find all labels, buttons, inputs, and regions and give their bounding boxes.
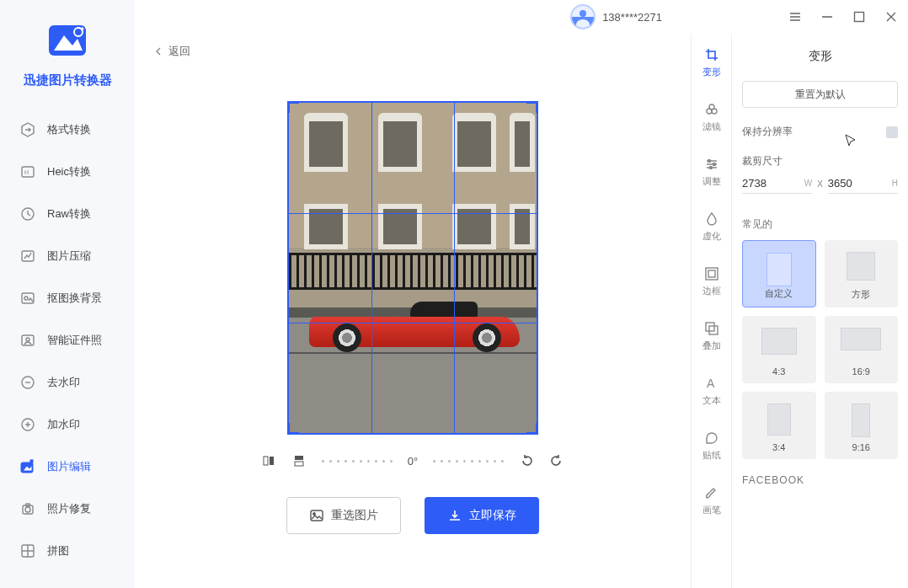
sidebar-item-heic[interactable]: HHeic转换 [0, 151, 135, 193]
tool-sticker[interactable]: 贴纸 [698, 430, 725, 462]
image-crop-stage[interactable] [287, 101, 538, 435]
tool-text[interactable]: A文本 [698, 376, 725, 407]
back-button[interactable]: 返回 [155, 44, 190, 59]
rotate-right-icon[interactable] [549, 453, 564, 468]
crop-handle-bl[interactable] [287, 423, 299, 435]
keep-resolution-label: 保持分辨率 [742, 125, 793, 139]
rotation-dots-left [322, 460, 393, 462]
compress-icon [20, 249, 35, 264]
sidebar-item-collage[interactable]: 拼图 [0, 530, 135, 572]
keep-resolution-toggle[interactable] [886, 126, 898, 138]
height-suffix: H [892, 179, 898, 188]
sidebar-item-format-convert[interactable]: 格式转换 [0, 109, 135, 151]
sidebar-item-label: 图片编辑 [47, 459, 91, 474]
crop-width-field[interactable]: W [742, 177, 812, 194]
action-row: 重选图片 立即保存 [286, 497, 539, 534]
svg-rect-24 [264, 457, 268, 465]
titlebar: 138****2271 [135, 0, 908, 34]
sidebar-item-compress[interactable]: 图片压缩 [0, 235, 135, 277]
preset-4-3[interactable]: 4:3 [742, 316, 816, 383]
flip-vertical-icon[interactable] [291, 453, 307, 468]
rotate-left-icon[interactable] [519, 453, 534, 468]
sidebar: 迅捷图片转换器 格式转换 HHeic转换 Raw转换 图片压缩 抠图换背景 智能… [0, 0, 135, 588]
restore-icon [20, 501, 35, 516]
preset-9-16[interactable]: 9:16 [825, 392, 899, 459]
svg-rect-39 [709, 326, 718, 334]
preset-label: 方形 [852, 288, 870, 301]
tool-overlay[interactable]: 叠加 [698, 321, 725, 352]
crop-handle-br[interactable] [526, 423, 538, 435]
crop-handle-tl[interactable] [287, 101, 299, 113]
preset-label: 16:9 [852, 366, 870, 377]
svg-rect-37 [708, 270, 715, 277]
svg-rect-23 [855, 13, 864, 22]
reset-button[interactable]: 重置为默认 [742, 81, 898, 108]
width-suffix: W [804, 179, 812, 188]
minimize-icon[interactable] [820, 10, 834, 24]
crop-width-input[interactable] [742, 177, 801, 190]
preset-3-4[interactable]: 3:4 [742, 392, 816, 459]
tool-transform[interactable]: 变形 [698, 47, 725, 78]
tool-blur[interactable]: 虚化 [698, 211, 725, 243]
cutout-icon [20, 291, 35, 306]
close-icon[interactable] [884, 10, 898, 24]
tool-label: 画笔 [702, 504, 721, 516]
tool-border[interactable]: 边框 [698, 266, 725, 297]
border-icon [704, 266, 719, 281]
nav: 格式转换 HHeic转换 Raw转换 图片压缩 抠图换背景 智能证件照 去水印 … [0, 109, 135, 572]
save-label: 立即保存 [469, 508, 516, 523]
remove-watermark-icon [20, 375, 35, 390]
tool-label: 叠加 [702, 339, 721, 352]
user-area[interactable]: 138****2271 [570, 4, 662, 29]
svg-rect-11 [22, 335, 34, 345]
tool-brush[interactable]: 画笔 [698, 485, 725, 516]
preset-label: 4:3 [772, 366, 785, 377]
preset-16-9[interactable]: 16:9 [825, 316, 899, 383]
sidebar-item-cutout[interactable]: 抠图换背景 [0, 277, 135, 319]
sidebar-item-label: 照片修复 [47, 501, 91, 516]
sidebar-item-add-watermark[interactable]: 加水印 [0, 404, 135, 446]
save-button[interactable]: 立即保存 [425, 497, 539, 534]
maximize-icon[interactable] [852, 10, 866, 24]
crop-grid-line [454, 103, 455, 433]
raw-icon [20, 206, 35, 222]
menu-icon[interactable] [788, 10, 802, 24]
crop-grid-line [371, 103, 372, 433]
crop-icon [704, 47, 719, 62]
rotate-bar: 0° [261, 453, 564, 468]
tool-label: 滤镜 [702, 120, 721, 133]
sidebar-item-id-photo[interactable]: 智能证件照 [0, 319, 135, 361]
main: 138****2271 返回 [135, 0, 908, 588]
crop-height-input[interactable] [828, 177, 889, 190]
sidebar-item-remove-watermark[interactable]: 去水印 [0, 361, 135, 404]
preset-custom[interactable]: 自定义 [742, 240, 816, 307]
back-label: 返回 [168, 44, 190, 59]
user-phone: 138****2271 [602, 11, 662, 24]
svg-text:H: H [24, 169, 29, 175]
sidebar-item-label: Heic转换 [47, 164, 91, 179]
svg-point-31 [707, 109, 712, 114]
svg-text:+: + [30, 459, 33, 463]
preset-square[interactable]: 方形 [825, 240, 899, 307]
common-label: 常见的 [742, 217, 898, 232]
svg-rect-26 [295, 456, 303, 460]
tool-adjust[interactable]: 调整 [698, 157, 725, 188]
sidebar-item-label: 去水印 [47, 375, 80, 390]
image-content [289, 103, 537, 433]
tool-filter[interactable]: 滤镜 [698, 102, 725, 133]
reselect-image-button[interactable]: 重选图片 [286, 497, 401, 534]
crop-handle-tr[interactable] [526, 101, 538, 113]
sidebar-item-image-edit[interactable]: +图片编辑 [0, 446, 135, 488]
tool-label: 贴纸 [702, 449, 721, 462]
svg-point-35 [709, 167, 712, 169]
sidebar-item-photo-restore[interactable]: 照片修复 [0, 488, 135, 530]
sidebar-item-raw[interactable]: Raw转换 [0, 193, 135, 235]
sidebar-item-label: Raw转换 [47, 206, 91, 222]
svg-point-33 [708, 160, 710, 163]
sidebar-item-label: 智能证件照 [47, 333, 102, 348]
heic-icon: H [20, 164, 35, 179]
sidebar-item-label: 抠图换背景 [47, 291, 102, 306]
flip-horizontal-icon[interactable] [261, 453, 276, 468]
tool-label: 虚化 [702, 230, 721, 243]
crop-height-field[interactable]: H [828, 177, 898, 194]
